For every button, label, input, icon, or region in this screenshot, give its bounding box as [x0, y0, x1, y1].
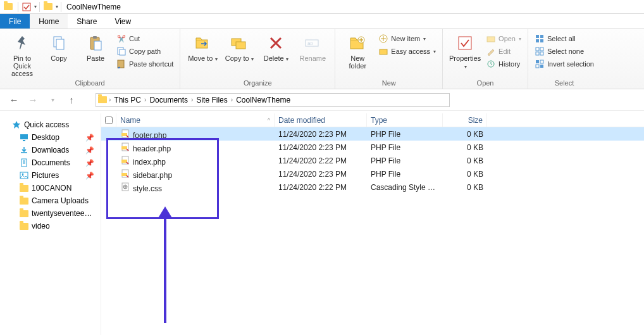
sidebar-item[interactable]: Downloads📌	[3, 144, 98, 156]
ribbon-group-open: Properties ▾ Open ▾ Edit History Open	[443, 29, 528, 89]
folder-icon	[19, 183, 29, 193]
file-icon	[120, 155, 130, 165]
header-type[interactable]: Type	[367, 113, 443, 127]
sidebar-item[interactable]: 100CANON	[3, 182, 98, 194]
select-all-icon	[535, 34, 545, 44]
pictures-icon	[19, 170, 29, 180]
history-button[interactable]: History	[486, 58, 521, 70]
pin-quick-access-button[interactable]: Pin to Quick access	[6, 32, 38, 77]
breadcrumb-item[interactable]: Site Files	[194, 96, 229, 104]
breadcrumb-item[interactable]: Documents	[147, 96, 190, 104]
group-label-organize: Organize	[187, 79, 328, 89]
desktop-icon	[19, 132, 29, 142]
svg-rect-22	[540, 35, 543, 38]
title-bar: ▾ ▾ CoolNewTheme	[0, 0, 644, 14]
pin-icon: 📌	[85, 134, 94, 142]
tab-file[interactable]: File	[0, 14, 30, 28]
header-size[interactable]: Size	[443, 113, 487, 127]
chevron-right-icon[interactable]: ›	[109, 96, 111, 103]
sidebar-item[interactable]: Camera Uploads	[3, 194, 98, 207]
cut-button[interactable]: ✂️Cut	[116, 33, 173, 44]
move-to-button[interactable]: Move to ▾	[187, 32, 218, 63]
copy-path-button[interactable]: Copy path	[116, 46, 173, 57]
paste-button[interactable]: Paste	[80, 32, 111, 62]
rename-button[interactable]: ab Rename	[297, 32, 328, 62]
paste-shortcut-button[interactable]: Paste shortcut	[116, 58, 173, 70]
sidebar-item-label: 100CANON	[32, 184, 71, 193]
group-label-select: Select	[535, 79, 594, 89]
sidebar-item[interactable]: Desktop📌	[3, 131, 98, 144]
forward-button[interactable]: →	[25, 92, 40, 108]
ribbon-group-select: Select all Select none Invert selection …	[528, 29, 600, 89]
qat-dropdown-icon[interactable]: ▾	[34, 4, 37, 9]
delete-button[interactable]: Delete ▾	[260, 32, 292, 63]
document-icon	[19, 158, 29, 168]
file-size: 0 KB	[443, 143, 487, 152]
header-date[interactable]: Date modified	[275, 113, 367, 127]
svg-rect-11	[236, 42, 245, 49]
location-folder-icon	[97, 95, 108, 105]
file-type: PHP File	[367, 130, 443, 139]
file-icon	[120, 182, 130, 192]
properties-button[interactable]: Properties ▾	[449, 32, 481, 71]
svg-rect-5	[94, 41, 101, 50]
file-date: 11/24/2020 2:22 PM	[275, 156, 367, 165]
pin-icon: 📌	[85, 159, 94, 167]
sidebar-item[interactable]: Pictures📌	[3, 169, 98, 182]
invert-selection-button[interactable]: Invert selection	[535, 58, 594, 70]
ribbon-group-organize: Move to ▾ Copy to ▾ Delete ▾ ab Rename O…	[180, 29, 335, 89]
sidebar-item-label: Camera Uploads	[32, 196, 89, 205]
select-none-button[interactable]: Select none	[535, 46, 594, 57]
qat-properties-icon[interactable]	[21, 1, 32, 13]
file-type: PHP File	[367, 170, 443, 179]
svg-rect-28	[540, 52, 543, 55]
file-row[interactable]: index.php11/24/2020 2:22 PMPHP File0 KB	[101, 154, 644, 167]
edit-button[interactable]: Edit	[486, 46, 521, 57]
sidebar-item[interactable]: twentyseventeen-child	[3, 207, 98, 220]
tab-home[interactable]: Home	[30, 14, 68, 28]
group-label-open: Open	[449, 79, 521, 89]
select-all-button[interactable]: Select all	[535, 33, 594, 44]
recent-locations-button[interactable]: ▾	[45, 92, 60, 108]
easy-access-icon	[378, 46, 388, 56]
file-row[interactable]: sidebar.php11/24/2020 2:23 PMPHP File0 K…	[101, 167, 644, 180]
ribbon-group-clipboard: Pin to Quick access Copy Paste ✂️Cut Cop…	[0, 29, 180, 89]
select-none-icon	[535, 46, 545, 56]
svg-point-37	[22, 174, 24, 175]
title-dropdown-icon[interactable]: ▾	[56, 4, 58, 9]
breadcrumb-item[interactable]: This PC	[112, 96, 143, 104]
new-item-button[interactable]: New item ▾	[378, 33, 436, 44]
file-type: PHP File	[367, 156, 443, 165]
copy-button[interactable]: Copy	[43, 32, 75, 62]
address-bar[interactable]: › This PC› Documents› Site Files› CoolNe…	[96, 93, 450, 107]
sidebar-item-label: Downloads	[32, 146, 69, 155]
easy-access-button[interactable]: Easy access ▾	[378, 46, 436, 57]
breadcrumb-item[interactable]: CoolNewTheme	[234, 96, 292, 104]
svg-rect-39	[121, 133, 127, 136]
file-row[interactable]: header.php11/24/2020 2:23 PMPHP File0 KB	[101, 141, 644, 154]
file-row[interactable]: style.css11/24/2020 2:22 PMCascading Sty…	[101, 180, 644, 194]
up-button[interactable]: ↑	[64, 92, 79, 108]
copy-to-button[interactable]: Copy to ▾	[223, 32, 255, 63]
sidebar-item[interactable]: video	[3, 220, 98, 232]
header-name[interactable]: Name^	[116, 113, 275, 127]
back-button[interactable]: ←	[6, 92, 22, 108]
sidebar-item-label: Desktop	[32, 133, 59, 142]
sidebar-item[interactable]: Documents📌	[3, 156, 98, 169]
file-name: index.php	[133, 158, 166, 167]
ribbon-tabs: File Home Share View	[0, 14, 644, 29]
sidebar-quick-access[interactable]: Quick access	[3, 118, 98, 131]
file-name: style.css	[133, 184, 162, 193]
tab-share[interactable]: Share	[68, 14, 106, 28]
qat-folder-icon[interactable]	[42, 1, 54, 13]
svg-rect-27	[536, 52, 539, 55]
open-button[interactable]: Open ▾	[486, 33, 521, 44]
select-all-checkbox[interactable]	[105, 117, 113, 124]
edit-icon	[486, 46, 496, 56]
svg-rect-17	[380, 49, 387, 54]
new-folder-button[interactable]: New folder	[342, 32, 373, 70]
file-row[interactable]: footer.php11/24/2020 2:23 PMPHP File0 KB	[101, 127, 644, 141]
file-date: 11/24/2020 2:23 PM	[275, 170, 367, 179]
svg-rect-45	[121, 173, 127, 176]
tab-view[interactable]: View	[106, 14, 140, 28]
